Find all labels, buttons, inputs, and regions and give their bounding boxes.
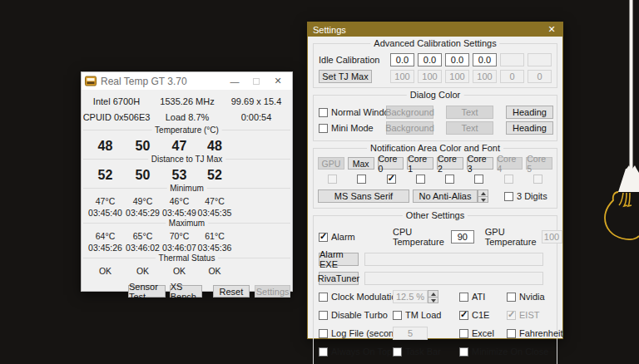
core3-color-button[interactable]: Core 3 [467,157,493,170]
alarm-checkbox[interactable]: Alarm [319,232,393,242]
checkbox-box[interactable] [319,108,328,117]
normal-window-checkbox[interactable]: Normal Window [319,107,386,117]
core2-show-checkbox[interactable] [445,175,454,184]
rivatuner-button[interactable]: RivaTuner [319,272,359,285]
checkbox-box[interactable] [504,192,513,201]
checkbox-box[interactable] [319,233,328,242]
ati-checkbox[interactable]: ATI [459,292,507,302]
core-temp: 47 [161,139,197,154]
xs-bench-button[interactable]: XS Bench [170,285,202,298]
checkbox-box[interactable] [459,293,468,302]
minimize-on-close-checkbox[interactable]: Minimize On Close [459,347,548,357]
disable-turbo-checkbox[interactable]: Disable Turbo [319,310,393,320]
core-temp: 48 [87,139,124,154]
font-select-button[interactable]: MS Sans Serif [318,189,409,203]
idle-calibration-field[interactable] [473,53,497,66]
minimum-temps: 47°C 49°C 46°C 47°C [87,194,290,206]
mini-heading-button[interactable]: Heading [506,121,553,135]
spin-up-icon[interactable] [428,290,438,298]
antialias-button[interactable]: No Anti-Alias [413,189,478,203]
clock-modulation-spinner[interactable] [428,290,438,303]
checkbox-box[interactable] [319,311,328,320]
core2-color-button[interactable]: Core 2 [437,157,463,170]
antialias-spinner[interactable] [478,189,488,203]
tjmax-field [445,70,469,83]
checkbox-box[interactable] [507,329,516,338]
maximum-section: Maximum 64°C 65°C 70°C 61°C 03:45:26 03:… [83,223,290,258]
spin-down-icon[interactable] [428,298,438,304]
sensor-test-button[interactable]: Sensor Test [128,285,166,298]
minimize-icon[interactable]: — [224,74,245,89]
checkbox-box[interactable] [393,311,402,320]
c1e-checkbox[interactable]: C1E [459,310,507,320]
excel-checkbox[interactable]: Excel [459,328,507,338]
checkbox-box[interactable] [459,329,468,338]
core1-color-button[interactable]: Core 1 [407,157,433,170]
tjmax-field [418,70,442,83]
log-file-checkbox[interactable]: Log File (seconds) [319,328,393,338]
cpu-name: Intel 6700H [82,96,151,106]
always-on-top-checkbox[interactable]: Always On Top [319,347,393,357]
checkbox-box[interactable] [459,311,468,320]
thermal-status: OK [87,266,124,276]
max-show-checkbox[interactable] [357,175,366,184]
clock-modulation-checkbox[interactable]: Clock Modulation [319,292,393,302]
cpuid: CPUID 0x506E3 [82,112,151,122]
thermal-status: OK [124,266,161,276]
idle-calibration-field[interactable] [390,53,414,66]
idle-calibration-field[interactable] [418,53,442,66]
spin-down-icon[interactable] [478,197,488,204]
fahrenheit-checkbox[interactable]: Fahrenheit [507,328,563,338]
max-time: 03:45:26 [87,243,124,253]
mini-mode-checkbox[interactable]: Mini Mode [319,123,386,133]
core0-color-button[interactable]: Core 0 [378,157,404,170]
normal-heading-button[interactable]: Heading [506,106,553,119]
maximum-section-label: Maximum [166,219,208,228]
idle-calibration-field[interactable] [445,53,469,66]
idle-calibration-label: Idle Calibration [319,55,390,65]
cpu-temperature-label: CPU Temperature [393,227,444,247]
lamp-socket [618,165,639,192]
max-time: 03:45:36 [197,243,232,253]
alarm-exe-button[interactable]: Alarm EXE [319,253,359,266]
checkbox-box[interactable] [459,347,468,357]
min-temp: 47°C [87,196,124,206]
core3-show-checkbox[interactable] [474,175,483,184]
max-color-button[interactable]: Max [348,157,374,170]
checkbox-box[interactable] [319,124,328,133]
tm-load-checkbox[interactable]: TM Load [393,310,459,320]
checkbox-box[interactable] [319,347,328,357]
distance-value: 50 [124,168,161,183]
mini-text-button: Text [446,121,493,135]
nvidia-checkbox[interactable]: Nvidia [507,292,545,302]
cpu-frequency: 1535.26 MHz [151,96,223,106]
checkbox-box[interactable] [507,293,516,302]
advanced-calibration-label: Advanced Calibration Settings [370,38,499,48]
realtemp-titlebar[interactable]: Real Temp GT 3.70 — ✕ [82,72,292,90]
set-tjmax-button[interactable]: Set TJ Max [319,70,372,83]
checkbox-box[interactable] [319,329,328,338]
other-settings-group: Other Settings Alarm CPU Temperature GPU… [313,215,557,364]
checkbox-box[interactable] [319,293,328,302]
reset-button[interactable]: Reset [213,285,250,298]
alarm-exe-path-field[interactable] [364,253,543,266]
spin-up-icon[interactable] [478,189,488,197]
settings-titlebar[interactable]: Settings ✕ [308,22,562,37]
gpu-temperature-field [542,230,562,243]
cpu-temperature-field[interactable] [451,230,474,243]
core0-show-checkbox[interactable] [387,175,396,184]
task-bar-checkbox[interactable]: Task Bar [393,347,459,357]
max-temp: 70°C [161,231,197,241]
mini-background-button: Background [386,121,433,135]
checkbox-box[interactable] [393,347,402,357]
thermal-status-section: Thermal Status OK OK OK OK [83,258,290,281]
three-digits-checkbox[interactable]: 3 Digits [504,191,547,201]
core4-show-checkbox [504,175,513,184]
realtemp-window: Real Temp GT 3.70 — ✕ Intel 6700H 1535.2… [81,71,293,292]
max-temp: 64°C [87,231,124,241]
close-icon[interactable]: ✕ [541,22,562,37]
realtemp-app-icon [85,76,97,86]
core1-show-checkbox[interactable] [416,175,425,184]
close-icon[interactable]: ✕ [267,74,289,89]
gpu-show-checkbox [328,175,337,184]
